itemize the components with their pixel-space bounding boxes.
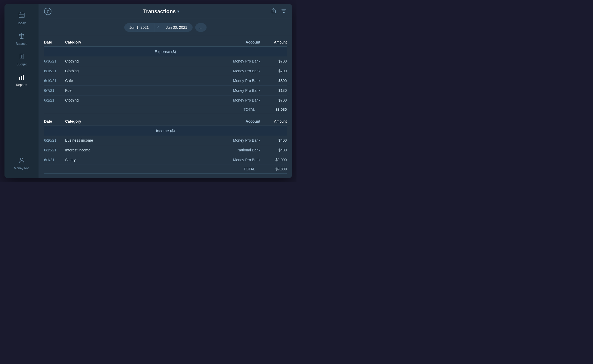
row-account: Money Pro Bank	[213, 59, 260, 63]
row-date: 6/30/21	[44, 59, 65, 63]
expense-table-header: Date Category Account Amount	[44, 38, 287, 47]
sidebar-item-balance-label: Balance	[16, 42, 27, 46]
income-total-amount: $9,800	[260, 167, 287, 171]
page-title: Transactions	[143, 8, 176, 15]
svg-rect-16	[23, 75, 24, 80]
row-account: Money Pro Bank	[213, 138, 260, 142]
row-amount: $180	[260, 88, 287, 93]
row-amount: $800	[260, 79, 287, 83]
row-category: Clothing	[65, 98, 213, 102]
chevron-down-icon[interactable]: ▾	[177, 9, 179, 13]
row-date: 6/1/21	[44, 158, 65, 162]
row-date: 6/20/21	[44, 138, 65, 142]
header-right	[271, 8, 287, 15]
sidebar-item-reports-label: Reports	[16, 83, 27, 87]
expense-amount-header: Amount	[260, 40, 287, 44]
app-container: 21 Today Balance	[4, 4, 292, 178]
row-category: Salary	[65, 158, 213, 162]
row-amount: $700	[260, 59, 287, 63]
balance-icon	[18, 32, 25, 40]
expense-section-title: Expense ($)	[44, 47, 287, 56]
start-date-button[interactable]: Jun 1, 2021	[124, 23, 154, 32]
date-range-bar: Jun 1, 2021 Jun 30, 2021 ...	[39, 19, 292, 36]
expense-total-row: TOTAL $3,080	[44, 105, 287, 114]
expense-account-header: Account	[213, 40, 260, 44]
row-amount: $9,000	[260, 158, 287, 162]
sidebar-item-balance[interactable]: Balance	[4, 29, 39, 49]
income-amount-header: Amount	[260, 119, 287, 123]
expense-date-header: Date	[44, 40, 65, 44]
date-separator	[154, 23, 161, 32]
row-category: Clothing	[65, 69, 213, 73]
sidebar-item-today[interactable]: 21 Today	[4, 8, 39, 29]
calendar-icon: 21	[18, 12, 25, 20]
table-row[interactable]: 6/1/21 Salary Money Pro Bank $9,000	[44, 155, 287, 165]
row-date: 6/16/21	[44, 69, 65, 73]
row-account: Money Pro Bank	[213, 98, 260, 102]
row-date: 6/7/21	[44, 88, 65, 93]
row-account: National Bank	[213, 148, 260, 152]
svg-rect-14	[19, 77, 20, 80]
table-row[interactable]: 6/30/21 Clothing Money Pro Bank $700	[44, 56, 287, 66]
table-row[interactable]: 6/16/21 Clothing Money Pro Bank $700	[44, 66, 287, 76]
sidebar-item-today-label: Today	[17, 21, 26, 25]
help-button[interactable]: ?	[44, 8, 51, 15]
end-date-button[interactable]: Jun 30, 2021	[161, 23, 193, 32]
income-date-header: Date	[44, 119, 65, 123]
expense-category-header: Category	[65, 40, 213, 44]
table-area: Date Category Account Amount Expense ($)…	[39, 36, 292, 178]
row-amount: $400	[260, 138, 287, 142]
sidebar-item-budget-label: Budget	[16, 63, 26, 66]
svg-text:21: 21	[20, 15, 23, 18]
row-account: Money Pro Bank	[213, 69, 260, 73]
income-account-header: Account	[213, 119, 260, 123]
table-row[interactable]: 6/10/21 Cafe Money Pro Bank $800	[44, 76, 287, 86]
row-amount: $700	[260, 98, 287, 102]
reports-icon	[18, 74, 25, 82]
row-category: Interest income	[65, 148, 213, 152]
filter-icon[interactable]	[281, 8, 287, 15]
income-total-row: TOTAL $9,800	[44, 165, 287, 174]
svg-rect-15	[21, 76, 22, 80]
sidebar-item-money-pro-label: Money Pro	[14, 166, 29, 170]
row-account: Money Pro Bank	[213, 88, 260, 93]
svg-point-17	[20, 158, 23, 161]
row-category: Cafe	[65, 79, 213, 83]
expense-total-amount: $3,080	[260, 107, 287, 112]
income-section-title: Income ($)	[44, 126, 287, 136]
table-row[interactable]: 6/7/21 Fuel Money Pro Bank $180	[44, 86, 287, 95]
header-title: Transactions ▾	[51, 8, 271, 15]
row-category: Fuel	[65, 88, 213, 93]
row-category: Business income	[65, 138, 213, 142]
row-date: 6/2/21	[44, 98, 65, 102]
row-account: Money Pro Bank	[213, 79, 260, 83]
sidebar-item-money-pro[interactable]: Money Pro	[4, 153, 39, 174]
header-left: ?	[44, 8, 51, 15]
sidebar-item-reports[interactable]: Reports	[4, 70, 39, 90]
budget-icon	[18, 53, 25, 61]
sidebar-item-budget[interactable]: Budget	[4, 49, 39, 70]
table-row[interactable]: 6/20/21 Business income Money Pro Bank $…	[44, 136, 287, 145]
row-date: 6/10/21	[44, 79, 65, 83]
row-date: 6/15/21	[44, 148, 65, 152]
expense-total-label: TOTAL	[243, 107, 255, 112]
income-table-header: Date Category Account Amount	[44, 117, 287, 126]
share-icon[interactable]	[271, 8, 277, 15]
row-amount: $700	[260, 69, 287, 73]
row-category: Clothing	[65, 59, 213, 63]
row-account: Money Pro Bank	[213, 158, 260, 162]
main-content: ? Transactions ▾	[39, 4, 292, 178]
table-row[interactable]: 6/15/21 Interest income National Bank $4…	[44, 145, 287, 155]
header: ? Transactions ▾	[39, 4, 292, 19]
user-icon	[18, 157, 25, 165]
sidebar: 21 Today Balance	[4, 4, 39, 178]
table-row[interactable]: 6/2/21 Clothing Money Pro Bank $700	[44, 95, 287, 105]
income-total-label: TOTAL	[243, 167, 255, 171]
date-more-button[interactable]: ...	[195, 23, 207, 32]
row-amount: $400	[260, 148, 287, 152]
income-category-header: Category	[65, 119, 213, 123]
